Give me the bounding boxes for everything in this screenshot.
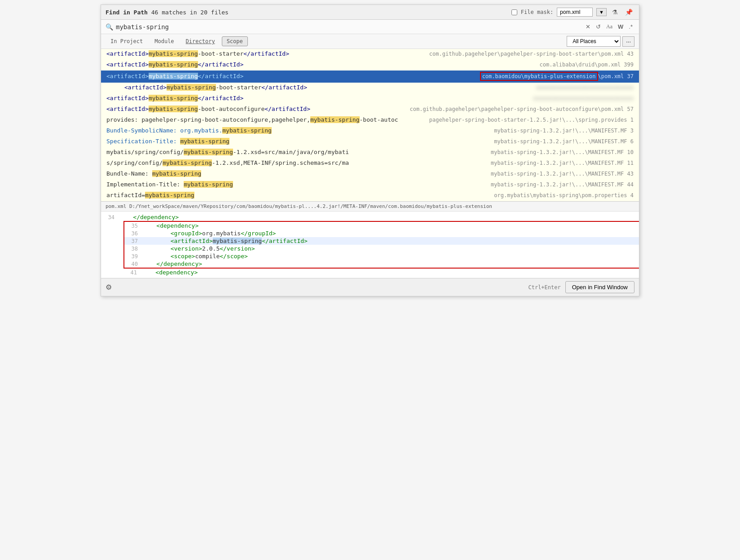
file-path: com.alibaba\druid\pom.xml 399 — [530, 62, 634, 68]
code-line: 40 </dependency> — [123, 260, 639, 269]
file-path: xxxxxxxxxxxxxxxxxxxxxxxxxxxxxxx — [524, 95, 634, 101]
search-bar: 🔍 mybatis-spring ✕ ↺ Aa W .* — [101, 20, 639, 34]
line-number: 35 — [124, 223, 142, 229]
search-actions: ✕ ↺ Aa W .* — [584, 22, 634, 31]
result-row[interactable]: Bundle-SymbolicName: org.mybatis.mybatis… — [101, 126, 639, 137]
file-mask-label: File mask: — [521, 9, 553, 15]
line-content: </dependency> — [119, 214, 179, 220]
result-content: <artifactId>mybatis-spring-boot-starter<… — [106, 84, 527, 91]
line-number: 38 — [124, 246, 142, 252]
code-line: 41 <dependency> — [123, 269, 639, 276]
result-content: Specification-Title: mybatis-spring — [106, 138, 485, 145]
search-input[interactable]: mybatis-spring — [116, 23, 580, 31]
result-row[interactable]: Bundle-Name: mybatis-spring mybatis-spri… — [101, 169, 639, 180]
tabs-row: In Project Module Directory Scope All Pl… — [101, 34, 639, 49]
result-row[interactable]: <artifactId>mybatis-spring</artifactId> … — [101, 60, 639, 71]
header-right: File mask: pom.xml ▼ ⚗ 📌 — [511, 8, 634, 17]
line-number: 41 — [123, 269, 141, 276]
line-number: 37 — [124, 238, 142, 244]
code-line: 38 <version>2.0.5</version> — [123, 245, 639, 252]
line-number: 39 — [124, 253, 142, 260]
result-content: s/spring/config/mybatis-spring-1.2.xsd,M… — [106, 159, 482, 166]
result-row-selected[interactable]: <artifactId>mybatis-spring</artifactId> … — [101, 71, 639, 83]
result-row[interactable]: <artifactId>mybatis-spring-boot-starter<… — [101, 49, 639, 60]
code-lines: 34 </dependency> 35 <dependency> 36 <gro… — [101, 212, 639, 278]
code-line: 39 <scope>compile</scope> — [123, 252, 639, 260]
scope-select: All Places ··· — [567, 36, 634, 47]
line-content: <artifactId>mybatis-spring</artifactId> — [142, 238, 308, 244]
file-path: org.mybatis\mybatis-spring\pom.propertie… — [485, 192, 634, 198]
result-content: <artifactId>mybatis-spring</artifactId> — [106, 61, 530, 68]
line-content: <dependency> — [141, 269, 198, 276]
result-content: mybatis/spring/config/mybatis-spring-1.2… — [106, 149, 482, 155]
scope-more-button[interactable]: ··· — [622, 36, 634, 47]
panel-title: Find in Path 46 matches in 20 files — [106, 9, 229, 16]
file-path: com.github.pagehelper\pagehelper-spring-… — [420, 51, 634, 57]
file-path: mybatis-spring-1.3.2.jar!\...\MANIFEST.M… — [485, 138, 634, 145]
scope-dropdown[interactable]: All Places — [567, 36, 621, 47]
result-row[interactable]: artifactId=mybatis-spring org.mybatis\my… — [101, 190, 639, 201]
result-content: Bundle-SymbolicName: org.mybatis.mybatis… — [106, 127, 485, 134]
open-find-window-button[interactable]: Open in Find Window — [565, 281, 634, 293]
code-line: 34 </dependency> — [101, 213, 639, 221]
result-row[interactable]: <artifactId>mybatis-spring-boot-autoconf… — [101, 104, 639, 115]
result-content: Implementation-Title: mybatis-spring — [106, 181, 482, 188]
refresh-button[interactable]: ↺ — [594, 22, 603, 31]
line-content: <version>2.0.5</version> — [142, 245, 255, 252]
result-row[interactable]: s/spring/config/mybatis-spring-1.2.xsd,M… — [101, 158, 639, 169]
filter-icon[interactable]: ⚗ — [610, 8, 620, 17]
results-list: <artifactId>mybatis-spring-boot-starter<… — [101, 49, 639, 201]
file-mask-checkbox-label[interactable]: File mask: — [511, 9, 553, 15]
file-path: mybatis-spring-1.3.2.jar!\...\MANIFEST.M… — [482, 160, 634, 166]
line-content: </dependency> — [142, 260, 202, 267]
search-icon: 🔍 — [106, 23, 113, 31]
file-mask-checkbox[interactable] — [511, 9, 517, 15]
result-content: <artifactId>mybatis-spring</artifactId> — [106, 95, 524, 101]
file-path: com.baomidou\mybatis-plus-extension\pom.… — [471, 72, 634, 81]
result-content: <artifactId>mybatis-spring</artifactId> — [106, 73, 471, 79]
file-path: xxxxxxxxxxxxxxxxxxxxxxxxxxxxxx — [527, 84, 634, 91]
line-number: 40 — [124, 261, 142, 267]
tab-in-project[interactable]: In Project — [106, 36, 148, 46]
whole-word-button[interactable]: W — [616, 22, 625, 31]
line-number: 36 — [124, 230, 142, 237]
result-row[interactable]: provides: pagehelper-spring-boot-autocon… — [101, 115, 639, 126]
bottom-bar: ⚙ Ctrl+Enter Open in Find Window — [101, 278, 639, 296]
file-mask-dropdown[interactable]: ▼ — [596, 8, 607, 16]
code-line: 35 <dependency> — [123, 221, 639, 229]
tab-directory[interactable]: Directory — [181, 36, 220, 46]
tab-scope[interactable]: Scope — [222, 36, 248, 46]
shortcut-hint: Ctrl+Enter — [528, 284, 560, 291]
regex-button[interactable]: .* — [627, 22, 634, 31]
match-case-button[interactable]: Aa — [604, 22, 614, 31]
bottom-right: Ctrl+Enter Open in Find Window — [528, 281, 634, 293]
result-row[interactable]: <artifactId>mybatis-spring-boot-starter<… — [101, 83, 639, 93]
result-content: <artifactId>mybatis-spring-boot-autoconf… — [106, 106, 401, 112]
line-number: 34 — [101, 214, 119, 220]
result-content: Bundle-Name: mybatis-spring — [106, 170, 482, 177]
code-line: 37 <artifactId>mybatis-spring</artifactI… — [123, 237, 639, 245]
result-content: artifactId=mybatis-spring — [106, 192, 485, 198]
file-mask-input[interactable]: pom.xml — [557, 8, 593, 17]
file-path: mybatis-spring-1.3.2.jar!\...\MANIFEST.M… — [482, 149, 634, 155]
line-content: <dependency> — [142, 222, 198, 229]
pin-icon[interactable]: 📌 — [623, 8, 634, 17]
file-path: com.github.pagehelper\pagehelper-spring-… — [401, 106, 634, 112]
result-row[interactable]: <artifactId>mybatis-spring</artifactId> … — [101, 93, 639, 104]
line-content: <scope>compile</scope> — [142, 253, 248, 260]
line-content: <groupId>org.mybatis</groupId> — [142, 230, 276, 237]
result-row[interactable]: Implementation-Title: mybatis-spring myb… — [101, 180, 639, 190]
tab-module[interactable]: Module — [150, 36, 179, 46]
result-row[interactable]: Specification-Title: mybatis-spring myba… — [101, 137, 639, 147]
clear-search-button[interactable]: ✕ — [584, 22, 592, 31]
file-path: mybatis-spring-1.3.2.jar!\...\MANIFEST.M… — [482, 171, 634, 177]
file-path: pagehelper-spring-boot-starter-1.2.5.jar… — [420, 117, 634, 123]
result-content: <artifactId>mybatis-spring-boot-starter<… — [106, 50, 420, 57]
panel-title-text: Find in Path — [106, 9, 148, 16]
settings-button[interactable]: ⚙ — [106, 283, 112, 291]
code-preview-path: pom.xml D:/Ynet_workSpace/maven/YReposit… — [101, 202, 639, 212]
panel-matches: 46 matches in 20 files — [151, 9, 229, 16]
result-row[interactable]: mybatis/spring/config/mybatis-spring-1.2… — [101, 147, 639, 158]
code-line: 36 <groupId>org.mybatis</groupId> — [123, 229, 639, 237]
file-path: mybatis-spring-1.3.2.jar!\...\MANIFEST.M… — [485, 128, 634, 134]
